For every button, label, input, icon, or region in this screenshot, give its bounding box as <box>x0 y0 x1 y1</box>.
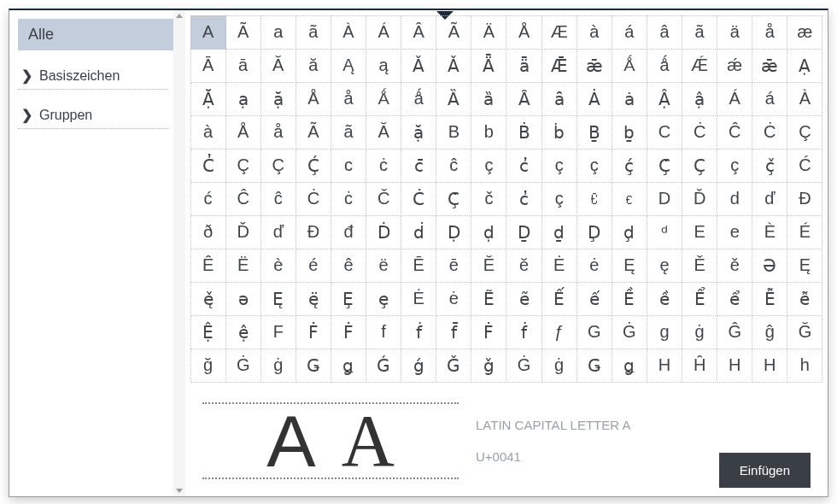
char-cell[interactable]: f̄ <box>436 315 471 349</box>
char-cell[interactable]: Ê <box>190 249 226 283</box>
char-cell[interactable]: Ĥ <box>682 349 717 383</box>
char-cell[interactable]: ậ <box>682 82 717 116</box>
char-cell[interactable]: ǽ <box>717 49 752 83</box>
char-cell[interactable]: Ď <box>682 182 717 216</box>
char-cell[interactable]: Ċ <box>296 182 331 216</box>
char-cell[interactable]: ę <box>647 249 682 283</box>
char-cell[interactable]: ē <box>436 249 471 283</box>
char-cell[interactable]: Ã <box>225 15 261 50</box>
char-cell[interactable]: Ċ <box>752 115 787 149</box>
char-cell[interactable]: Ä <box>471 15 506 50</box>
sidebar-scrollbar[interactable] <box>173 10 185 496</box>
char-cell[interactable]: C̓ <box>190 149 226 183</box>
char-cell[interactable]: Ę <box>612 249 647 283</box>
char-cell[interactable]: h <box>787 349 822 383</box>
char-cell[interactable]: ề <box>647 282 682 316</box>
char-cell[interactable]: Ă <box>366 115 401 149</box>
char-cell[interactable]: ę̈ <box>296 282 331 316</box>
char-cell[interactable]: Â <box>401 15 436 50</box>
char-cell[interactable]: ê <box>331 249 366 283</box>
char-cell[interactable]: Ę <box>787 249 822 283</box>
insert-button[interactable]: Einfügen <box>719 453 811 488</box>
char-cell[interactable]: ế <box>577 282 612 316</box>
char-cell[interactable]: Ǻ <box>366 82 401 116</box>
char-cell[interactable]: ĉ <box>260 182 296 216</box>
char-cell[interactable]: ᵈ <box>647 215 682 249</box>
char-cell[interactable]: đ <box>331 215 366 249</box>
char-cell[interactable]: È <box>752 215 787 249</box>
char-cell[interactable]: ǻ <box>401 82 436 116</box>
char-cell[interactable]: H <box>752 349 787 383</box>
char-grid-scroll[interactable]: AÃaãÀÁÂÃÄÅÆàáâãäåæĀāĂăĄąǍǍǞǟǢǣǺǻǼǽǣẠẶạặÅ… <box>185 10 828 385</box>
char-cell[interactable]: Ë <box>225 249 261 283</box>
char-cell[interactable]: Ď <box>225 215 261 249</box>
char-cell[interactable]: ǵ <box>401 349 436 383</box>
char-cell[interactable]: Ĝ <box>717 315 752 349</box>
char-cell[interactable]: Ệ <box>190 315 226 349</box>
char-cell[interactable]: Ǥ <box>296 349 331 383</box>
char-cell[interactable]: ȩ <box>366 282 401 316</box>
char-cell[interactable]: Ǟ <box>471 49 506 83</box>
char-cell[interactable]: à <box>190 115 226 149</box>
char-cell[interactable]: ǻ <box>647 49 682 83</box>
char-cell[interactable]: d <box>717 182 752 216</box>
char-cell[interactable]: ḟ <box>401 315 436 349</box>
char-cell[interactable]: ā <box>225 49 261 83</box>
char-cell[interactable]: ặ <box>260 82 296 116</box>
char-cell[interactable]: Ế <box>541 282 577 316</box>
char-cell[interactable]: Ė <box>541 249 577 283</box>
char-cell[interactable]: À <box>331 15 366 50</box>
char-cell[interactable]: ĉ <box>436 149 471 183</box>
char-cell[interactable]: Ġ <box>612 315 647 349</box>
char-cell[interactable]: ė <box>577 249 612 283</box>
char-cell[interactable]: Ḟ <box>471 315 506 349</box>
char-cell[interactable]: ḉ <box>612 149 647 183</box>
char-cell[interactable]: ë <box>366 249 401 283</box>
char-cell[interactable]: e <box>717 215 752 249</box>
char-cell[interactable]: A <box>190 15 226 50</box>
char-cell[interactable]: ď <box>260 215 296 249</box>
char-cell[interactable]: ġ <box>260 349 296 383</box>
char-cell[interactable]: ę̌ <box>190 282 226 316</box>
char-cell[interactable]: Ă <box>260 49 296 83</box>
char-cell[interactable]: G <box>577 315 612 349</box>
char-cell[interactable]: Ặ <box>190 82 226 116</box>
char-cell[interactable]: Ể <box>682 282 717 316</box>
char-cell[interactable]: Ǥ <box>577 349 612 383</box>
char-cell[interactable]: Ĉ <box>717 115 752 149</box>
char-cell[interactable]: ƒ <box>541 315 577 349</box>
char-cell[interactable]: â <box>647 15 682 50</box>
char-cell[interactable]: g <box>647 315 682 349</box>
char-cell[interactable]: Ḉ <box>296 149 331 183</box>
char-cell[interactable]: Ç̌ <box>647 149 682 183</box>
char-cell[interactable]: a <box>260 15 296 50</box>
char-cell[interactable]: Ȃ <box>506 82 541 116</box>
char-cell[interactable]: ė <box>436 282 471 316</box>
char-cell[interactable]: ǣ <box>752 49 787 83</box>
char-cell[interactable]: F <box>260 315 296 349</box>
char-cell[interactable]: á <box>612 15 647 50</box>
char-cell[interactable]: ç <box>471 149 506 183</box>
char-cell[interactable]: å <box>752 15 787 50</box>
char-cell[interactable]: å <box>331 82 366 116</box>
char-cell[interactable]: ã <box>682 15 717 50</box>
char-cell[interactable]: Á <box>366 15 401 50</box>
char-cell[interactable]: c <box>331 149 366 183</box>
char-cell[interactable]: Ȧ <box>577 82 612 116</box>
collapse-item[interactable]: ❯Basiszeichen <box>18 62 168 90</box>
char-cell[interactable]: ḍ <box>471 215 506 249</box>
char-cell[interactable]: ă <box>296 49 331 83</box>
char-cell[interactable]: ĝ <box>752 315 787 349</box>
char-cell[interactable]: Ǎ <box>401 49 436 83</box>
char-cell[interactable]: ȧ <box>612 82 647 116</box>
char-cell[interactable]: ǧ <box>471 349 506 383</box>
char-cell[interactable]: Ạ <box>787 49 822 83</box>
char-cell[interactable]: ď <box>752 182 787 216</box>
char-cell[interactable]: Ç <box>225 149 261 183</box>
char-cell[interactable]: c̓ <box>506 149 541 183</box>
char-cell[interactable]: Ã <box>436 15 471 50</box>
char-cell[interactable]: ǟ <box>506 49 541 83</box>
char-cell[interactable]: Ḟ <box>331 315 366 349</box>
char-cell[interactable]: ȃ <box>541 82 577 116</box>
char-cell[interactable]: ć <box>190 182 226 216</box>
